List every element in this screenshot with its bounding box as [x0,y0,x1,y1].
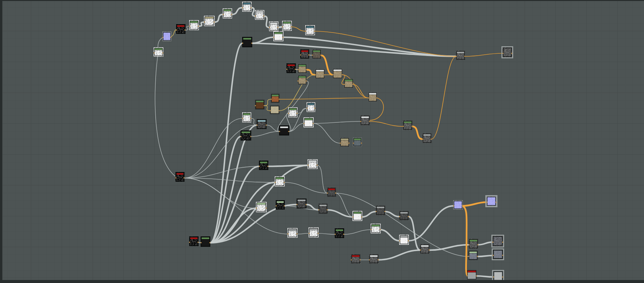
output-port[interactable] [464,56,465,57]
graph-node-g12[interactable] [242,38,252,47]
input-port[interactable] [288,113,289,114]
input-port[interactable] [371,229,372,230]
graph-node-gs20[interactable] [298,64,307,73]
output-port[interactable] [476,275,477,276]
input-port[interactable] [486,202,487,203]
input-port[interactable] [351,259,352,260]
input-port[interactable] [286,69,287,70]
graph-node-o70[interactable] [493,271,504,282]
graph-node-g33[interactable] [304,118,314,127]
output-port[interactable] [282,37,283,38]
graph-node-b28[interactable] [368,93,377,101]
output-port[interactable] [170,37,171,38]
output-port[interactable] [511,53,512,54]
output-port[interactable] [284,182,285,183]
input-port[interactable] [297,204,298,205]
output-port[interactable] [495,202,496,203]
graph-node-g6[interactable] [223,9,232,18]
input-port[interactable] [369,259,370,260]
input-port[interactable] [176,30,177,31]
graph-node-t7[interactable] [242,2,252,11]
graph-node-k5[interactable] [204,16,215,25]
graph-node-g48[interactable] [256,203,267,212]
output-port[interactable] [314,31,315,32]
output-port[interactable] [263,15,264,16]
graph-node-b23[interactable] [332,69,343,78]
output-port[interactable] [384,211,385,212]
input-port[interactable] [304,123,305,124]
output-port[interactable] [462,205,463,206]
input-port[interactable] [368,98,369,99]
input-port[interactable] [493,255,494,256]
graph-node-w62[interactable] [369,255,379,263]
output-port[interactable] [198,26,199,27]
input-port[interactable] [332,74,333,75]
graph-node-gv50[interactable] [297,199,307,208]
output-port[interactable] [251,43,252,44]
input-port[interactable] [271,99,272,100]
graph-node-w9[interactable] [269,22,278,31]
input-port[interactable] [255,15,256,16]
input-port[interactable] [298,69,299,70]
input-port[interactable] [162,37,163,38]
input-port[interactable] [300,54,301,55]
input-port[interactable] [307,108,308,109]
input-port[interactable] [175,177,176,178]
input-port[interactable] [282,26,283,27]
input-port[interactable] [287,233,288,234]
graph-node-o68[interactable] [492,249,504,260]
output-port[interactable] [284,205,285,206]
output-port[interactable] [297,233,298,234]
output-port[interactable] [412,126,413,127]
input-port[interactable] [275,182,276,183]
output-port[interactable] [279,99,280,100]
graph-node-d53[interactable] [309,228,319,237]
output-port[interactable] [297,113,298,114]
graph-node-blue2[interactable] [162,32,171,41]
input-port[interactable] [456,56,457,57]
graph-node-g11[interactable] [273,32,283,41]
output-port[interactable] [214,21,215,22]
input-port[interactable] [273,37,274,38]
input-port[interactable] [493,277,494,278]
graph-node-k36[interactable] [340,138,350,146]
input-port[interactable] [353,217,354,218]
output-port[interactable] [502,277,503,278]
input-port[interactable] [276,205,277,206]
output-port[interactable] [320,55,321,56]
output-port[interactable] [266,125,267,126]
input-port[interactable] [469,244,470,245]
output-port[interactable] [380,229,381,230]
input-port[interactable] [154,52,155,53]
graph-node-gd18[interactable] [312,50,321,58]
output-port[interactable] [369,121,370,122]
output-port[interactable] [288,131,289,132]
graph-node-g58[interactable] [371,224,381,233]
graph-node-gs21[interactable] [298,76,307,84]
output-port[interactable] [295,69,296,70]
input-port[interactable] [453,205,454,206]
output-port[interactable] [408,240,409,241]
input-port[interactable] [242,7,243,8]
graph-node-g46[interactable] [275,177,285,186]
output-port[interactable] [313,123,314,124]
output-port[interactable] [308,54,309,55]
graph-node-r17[interactable] [300,50,309,58]
graph-node-r69[interactable] [467,270,477,279]
graph-node-g35[interactable] [240,131,251,140]
input-port[interactable] [255,105,256,106]
output-port[interactable] [198,242,199,243]
graph-node-t13[interactable] [305,26,315,35]
input-port[interactable] [403,126,404,127]
graph-node-g49[interactable] [276,201,285,209]
input-port[interactable] [468,256,469,257]
graph-node-g44[interactable] [259,161,268,169]
input-port[interactable] [376,211,377,212]
input-port[interactable] [335,234,336,235]
output-port[interactable] [306,80,307,81]
output-port[interactable] [183,177,184,178]
graph-node-w60[interactable] [420,245,430,253]
output-port[interactable] [279,110,280,111]
graph-node-red3[interactable] [176,25,185,33]
graph-node-r47[interactable] [327,188,336,196]
